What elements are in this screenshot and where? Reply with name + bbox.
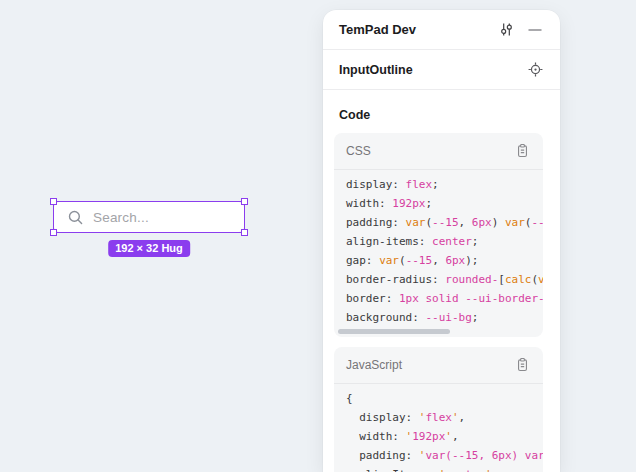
javascript-block-label: JavaScript: [346, 358, 511, 372]
panel-header: TemPad Dev: [323, 10, 560, 50]
javascript-code[interactable]: { display: 'flex', width: '192px', paddi…: [334, 384, 543, 472]
css-code[interactable]: display: flex;width: 192px;padding: var(…: [334, 170, 543, 327]
copy-icon[interactable]: [511, 354, 533, 376]
code-section-heading: Code: [339, 108, 370, 122]
minimize-icon[interactable]: [524, 19, 546, 41]
css-block-label: CSS: [346, 144, 511, 158]
javascript-code-block: JavaScript { display: 'flex', width: '19…: [334, 347, 543, 472]
search-placeholder: Search...: [93, 210, 149, 225]
selection-size-badge: 192 × 32 Hug: [108, 240, 190, 257]
magnifier-icon: [67, 209, 84, 226]
selected-component-row[interactable]: InputOutline: [323, 50, 560, 90]
javascript-block-header: JavaScript: [334, 347, 543, 384]
selection-handle-bottom-right[interactable]: [241, 229, 248, 236]
panel-title: TemPad Dev: [339, 22, 495, 37]
selection-handle-top-right[interactable]: [241, 198, 248, 205]
selection-handle-bottom-left[interactable]: [50, 229, 57, 236]
copy-icon[interactable]: [511, 140, 533, 162]
css-block-header: CSS: [334, 133, 543, 170]
sliders-icon[interactable]: [495, 19, 517, 41]
search-input-component[interactable]: Search...: [53, 201, 245, 233]
component-name: InputOutline: [339, 63, 524, 77]
selection-handle-top-left[interactable]: [50, 198, 57, 205]
css-code-block: CSS display: flex;width: 192px;padding: …: [334, 133, 543, 337]
locate-target-icon[interactable]: [524, 59, 546, 81]
tempad-dev-panel: TemPad Dev InputOutline: [323, 10, 560, 472]
horizontal-scrollbar[interactable]: [338, 329, 450, 334]
